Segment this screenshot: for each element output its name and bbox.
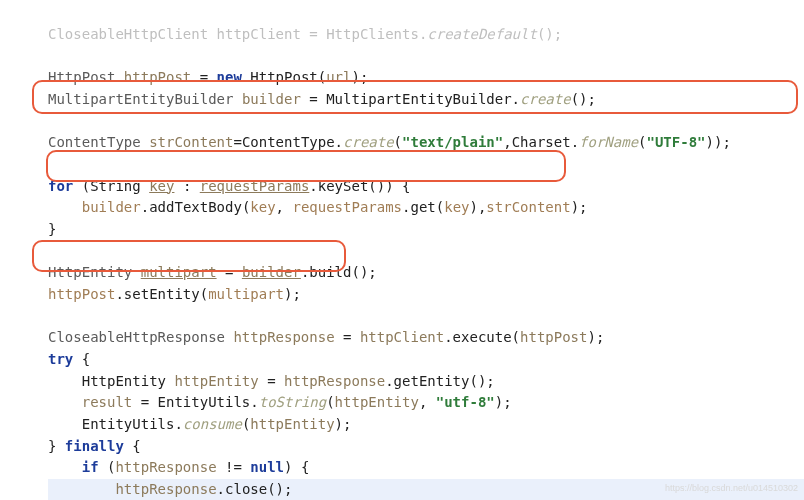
code-line: try { [48, 351, 90, 367]
code-line: MultipartEntityBuilder builder = Multipa… [48, 91, 596, 107]
code-line: ContentType strContent=ContentType.creat… [48, 134, 731, 150]
code-line: if (httpResponse != null) { [48, 459, 309, 475]
code-line: HttpEntity multipart = builder.build(); [48, 264, 377, 280]
code-block: CloseableHttpClient httpClient = HttpCli… [0, 0, 804, 500]
code-line: builder.addTextBody(key, requestParams.g… [48, 199, 588, 215]
code-line: EntityUtils.consume(httpEntity); [48, 416, 351, 432]
code-line: HttpEntity httpEntity = httpResponse.get… [48, 373, 495, 389]
watermark: https://blog.csdn.net/u014510302 [665, 482, 798, 496]
code-line: CloseableHttpClient httpClient = HttpCli… [48, 26, 562, 42]
code-line: } finally { [48, 438, 141, 454]
code-line: for (String key : requestParams.keySet()… [48, 178, 410, 194]
code-line: CloseableHttpResponse httpResponse = htt… [48, 329, 604, 345]
code-line: httpPost.setEntity(multipart); [48, 286, 301, 302]
code-line: } [48, 221, 56, 237]
code-line: HttpPost httpPost = new HttpPost(url); [48, 69, 368, 85]
code-line: result = EntityUtils.toString(httpEntity… [48, 394, 512, 410]
